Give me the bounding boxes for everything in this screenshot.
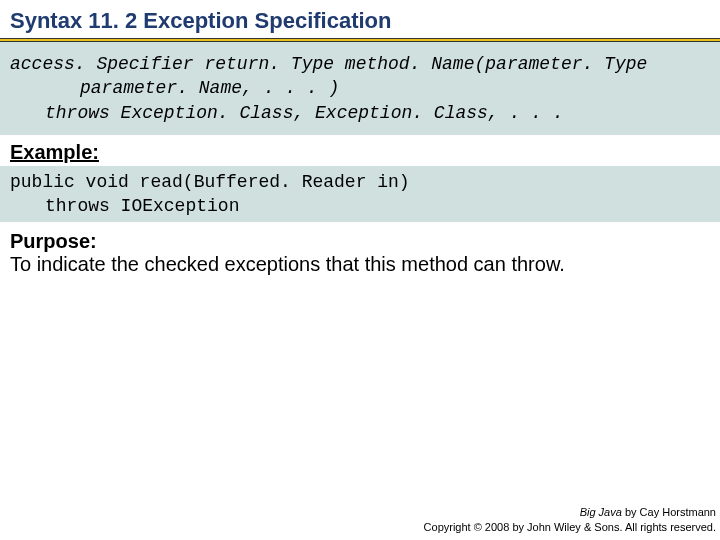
syntax-block: access. Specifier return. Type method. N…	[0, 42, 720, 135]
example-line-2: throws IOException	[10, 194, 710, 218]
example-heading: Example:	[0, 135, 720, 166]
purpose-heading: Purpose:	[0, 222, 720, 253]
syntax-line-3: throws Exception. Class, Exception. Clas…	[10, 101, 710, 125]
syntax-line-2: parameter. Name, . . . )	[10, 76, 710, 100]
example-line-1: public void read(Buffered. Reader in)	[10, 170, 710, 194]
syntax-line-1: access. Specifier return. Type method. N…	[10, 52, 710, 76]
example-block: public void read(Buffered. Reader in) th…	[0, 166, 720, 223]
footer-line-1: Big Java by Cay Horstmann	[424, 505, 716, 519]
book-title: Big Java	[580, 506, 622, 518]
purpose-body: To indicate the checked exceptions that …	[0, 253, 720, 276]
footer-copyright: Copyright © 2008 by John Wiley & Sons. A…	[424, 520, 716, 534]
book-author: by Cay Horstmann	[622, 506, 716, 518]
footer: Big Java by Cay Horstmann Copyright © 20…	[424, 505, 716, 534]
slide-title: Syntax 11. 2 Exception Specification	[0, 0, 720, 38]
